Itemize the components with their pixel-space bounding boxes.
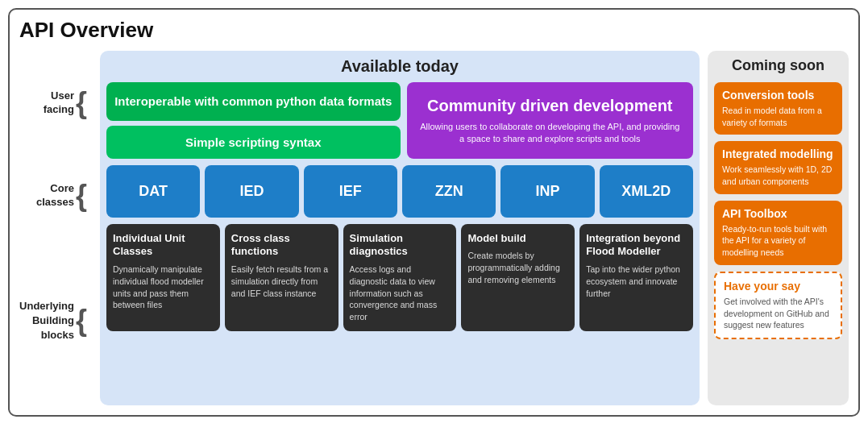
coming-soon-item: API ToolboxReady-to-run tools built with… [714, 201, 842, 265]
building-block-title: Individual Unit Classes [113, 232, 214, 259]
core-classes-row: DATIEDIEFZZNINPXML2D [106, 165, 693, 218]
building-block-title: Model build [467, 232, 568, 246]
user-facing-brace: { [76, 89, 87, 118]
building-blocks-row: Individual Unit ClassesDynamically manip… [106, 224, 693, 331]
coming-soon-item: Have your sayGet involved with the API's… [714, 272, 842, 339]
building-block-desc: Tap into the wider python ecosystem and … [586, 264, 687, 299]
green-column: Interoperable with common python data fo… [106, 82, 401, 159]
center-column: Available today Interoperable with commo… [100, 51, 700, 405]
community-driven-desc: Allowing users to collaborate on develop… [417, 121, 683, 146]
core-class-box: IEF [304, 165, 397, 218]
core-classes-brace: { [76, 181, 87, 210]
building-block-title: Cross class functions [231, 232, 332, 259]
core-class-box: ZZN [402, 165, 496, 218]
building-block-box: Cross class functionsEasily fetch result… [225, 224, 338, 331]
coming-soon-item: Integrated modellingWork seamlessly with… [714, 141, 842, 193]
user-facing-text: User facing [19, 89, 74, 117]
building-block-box: Model buildCreate models by programmatic… [461, 224, 575, 331]
simple-scripting-box: Simple scripting syntax [106, 126, 401, 159]
building-block-desc: Create models by programmatically adding… [467, 250, 568, 285]
core-classes-label: Core classes { [19, 156, 92, 236]
user-facing-label: User facing { [19, 51, 92, 156]
building-block-desc: Dynamically manipulate individual flood … [113, 264, 214, 311]
coming-soon-item-title: API Toolbox [722, 207, 834, 220]
building-block-box: Individual Unit ClassesDynamically manip… [106, 224, 220, 331]
coming-soon-item-title: Have your say [724, 280, 833, 293]
coming-soon-item-desc: Work seamlessly with 1D, 2D and urban co… [722, 164, 834, 187]
building-block-desc: Access logs and diagnostic data to view … [350, 264, 451, 322]
community-driven-box: Community driven development Allowing us… [407, 82, 693, 159]
page-title: API Overview [19, 18, 849, 43]
core-class-box: XML2D [600, 165, 693, 218]
coming-soon-item-desc: Read in model data from a variety of for… [722, 105, 834, 128]
user-facing-row: Interoperable with common python data fo… [106, 82, 693, 159]
building-block-box: Integration beyond Flood ModellerTap int… [579, 224, 693, 331]
building-block-desc: Easily fetch results from a simulation d… [231, 264, 332, 299]
building-blocks-label: UnderlyingBuilding blocks { [19, 236, 92, 405]
core-classes-text: Core classes [19, 182, 74, 210]
community-driven-title: Community driven development [417, 95, 683, 116]
coming-soon-item: Conversion toolsRead in model data from … [714, 82, 842, 135]
core-class-box: IED [205, 165, 298, 218]
coming-soon-item-desc: Ready-to-run tools built with the API fo… [722, 223, 834, 259]
interoperable-box: Interoperable with common python data fo… [106, 82, 401, 121]
coming-soon-header: Coming soon [714, 57, 842, 74]
main-layout: User facing { Core classes { UnderlyingB… [19, 51, 849, 405]
building-block-box: Simulation diagnosticsAccess logs and di… [343, 224, 457, 331]
building-block-title: Simulation diagnostics [350, 232, 451, 259]
outer-container: API Overview User facing { Core classes … [8, 8, 860, 417]
labels-column: User facing { Core classes { UnderlyingB… [19, 51, 92, 405]
core-class-box: DAT [106, 165, 200, 218]
coming-soon-item-title: Conversion tools [722, 89, 834, 102]
building-block-title: Integration beyond Flood Modeller [586, 232, 687, 259]
coming-soon-item-title: Integrated modelling [722, 147, 834, 160]
core-class-box: INP [500, 165, 594, 218]
building-blocks-text: UnderlyingBuilding blocks [19, 299, 74, 343]
available-today-header: Available today [106, 57, 693, 76]
building-blocks-brace: { [76, 306, 87, 335]
coming-soon-column: Coming soon Conversion toolsRead in mode… [708, 51, 849, 405]
coming-soon-item-desc: Get involved with the API's development … [724, 296, 833, 331]
